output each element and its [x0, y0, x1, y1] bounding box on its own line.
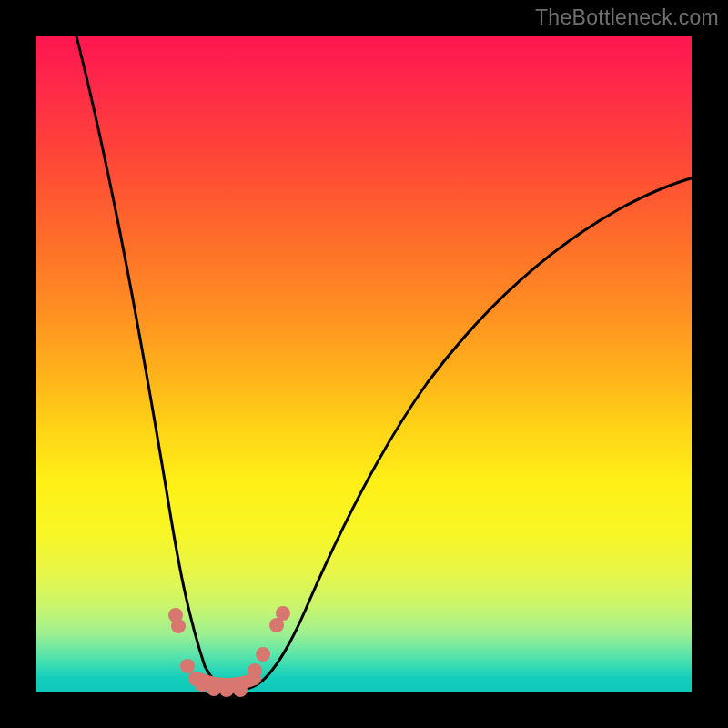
marker-dot	[180, 659, 195, 673]
marker-dot	[276, 606, 290, 621]
marker-dot	[233, 682, 248, 697]
curve-layer	[36, 36, 692, 692]
plot-area	[36, 36, 692, 692]
marker-dot	[207, 682, 221, 696]
curve-left-branch	[75, 29, 225, 688]
marker-dot	[248, 663, 262, 678]
marker-dot	[256, 647, 270, 662]
marker-dot	[219, 682, 234, 697]
curve-right-branch	[249, 176, 701, 688]
marker-dot	[171, 619, 186, 633]
watermark-text: TheBottleneck.com	[535, 5, 719, 30]
chart-frame: TheBottleneck.com	[0, 0, 728, 728]
